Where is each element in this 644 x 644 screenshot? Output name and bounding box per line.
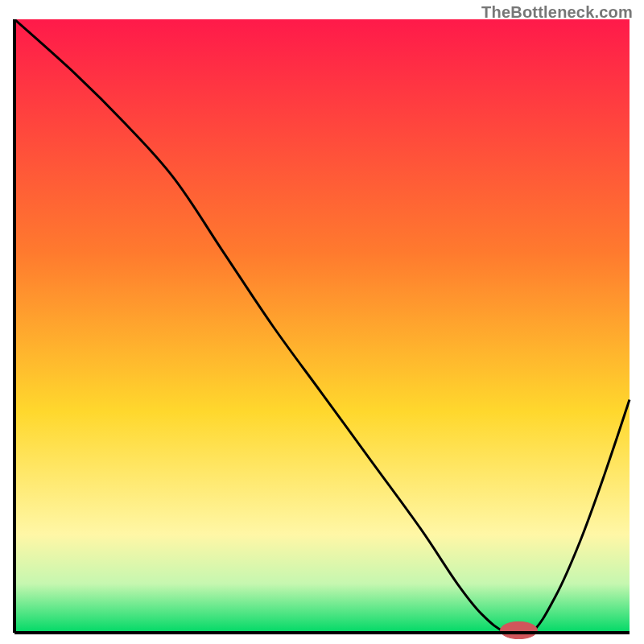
gradient-background: [14, 19, 630, 633]
plot-area: [8, 19, 636, 639]
chart-svg: [8, 19, 636, 639]
chart-container: TheBottleneck.com: [0, 0, 644, 644]
sweet-spot-marker: [501, 621, 538, 638]
